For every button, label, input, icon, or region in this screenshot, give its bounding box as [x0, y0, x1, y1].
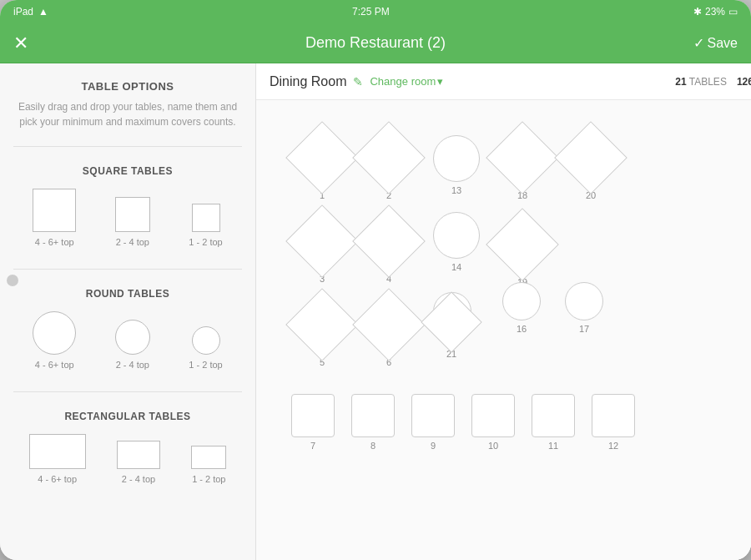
square-large-label: 4 - 6+ top: [35, 237, 74, 247]
table-6-shape: [352, 288, 426, 361]
table-12-shape: [592, 394, 635, 437]
divider-3: [13, 391, 242, 392]
round-large-label: 4 - 6+ top: [35, 360, 74, 370]
change-room-button[interactable]: Change room ▾: [370, 75, 443, 88]
floor-canvas[interactable]: 1 2 13 18 20: [256, 100, 751, 560]
table-21-shape: [421, 291, 482, 353]
table-10-label: 10: [488, 441, 498, 451]
table-14-label: 14: [451, 262, 461, 272]
table-13-label: 13: [451, 185, 461, 195]
rect-tables-title: RECTANGULAR TABLES: [13, 411, 242, 422]
status-right: ✱ 23% ▭: [693, 6, 738, 18]
table-options-header: TABLE OPTIONS Easily drag and drop your …: [0, 63, 255, 138]
round-small-shape: [192, 326, 220, 355]
round-tables-title: ROUND TABLES: [13, 288, 242, 300]
rect-small-shape: [191, 446, 226, 469]
table-14-shape: [433, 212, 480, 259]
battery-percent: 23%: [705, 6, 725, 18]
square-medium-shape: [115, 197, 150, 232]
table-3[interactable]: 3: [296, 215, 348, 284]
table-9-label: 9: [431, 441, 436, 451]
rect-table-medium[interactable]: 2 - 4 top: [117, 441, 160, 484]
table-4[interactable]: 4: [363, 215, 415, 284]
table-16[interactable]: 16: [502, 282, 541, 334]
table-7-shape: [291, 394, 335, 437]
table-20[interactable]: 20: [565, 132, 617, 200]
room-stats: 21 TABLES 126 MAX COVERS 84 MIN COVERS: [675, 76, 751, 88]
app-header: ✕ Demo Restaurant (2) ✓ Save: [0, 23, 751, 63]
max-covers: 126 MAX COVERS: [737, 76, 751, 88]
left-side-button: [7, 275, 18, 286]
ipad-label: iPad: [13, 6, 33, 18]
room-name: Dining Room: [270, 74, 346, 89]
rect-small-label: 1 - 2 top: [192, 474, 225, 484]
room-edit-icon[interactable]: ✎: [353, 75, 363, 88]
table-7-label: 7: [310, 441, 315, 451]
table-17[interactable]: 17: [565, 282, 603, 334]
rect-table-small[interactable]: 1 - 2 top: [191, 446, 226, 484]
rect-medium-label: 2 - 4 top: [122, 474, 155, 484]
square-tables-row: 4 - 6+ top 2 - 4 top 1 - 2 top: [13, 189, 242, 247]
table-10[interactable]: 10: [471, 394, 515, 451]
table-17-label: 17: [579, 324, 589, 334]
table-options-title: TABLE OPTIONS: [13, 80, 242, 93]
table-11[interactable]: 11: [532, 394, 575, 451]
square-table-medium[interactable]: 2 - 4 top: [115, 197, 150, 247]
battery-icon: ▭: [728, 6, 738, 18]
round-tables-section: ROUND TABLES 4 - 6+ top 2 - 4 top 1 - 2 …: [0, 278, 255, 383]
table-7[interactable]: 7: [291, 394, 335, 451]
change-room-label: Change room: [370, 75, 436, 88]
table-13[interactable]: 13: [433, 135, 480, 195]
square-small-shape: [192, 204, 220, 232]
table-9[interactable]: 9: [411, 394, 455, 451]
table-3-shape: [285, 204, 359, 278]
table-10-shape: [471, 394, 515, 437]
square-table-small[interactable]: 1 - 2 top: [189, 204, 222, 247]
status-bar: iPad ▲ 7:25 PM ✱ 23% ▭: [0, 0, 751, 23]
table-13-shape: [433, 135, 480, 182]
status-time: 7:25 PM: [352, 6, 390, 18]
table-8-shape: [351, 394, 395, 437]
table-11-shape: [532, 394, 575, 437]
table-19-shape: [486, 208, 559, 281]
square-medium-label: 2 - 4 top: [116, 237, 149, 247]
right-panel: Dining Room ✎ Change room ▾ 21 TABLES 12…: [256, 63, 751, 560]
table-21[interactable]: 21: [430, 300, 473, 359]
table-20-shape: [554, 121, 628, 194]
table-6[interactable]: 6: [363, 299, 415, 367]
divider-2: [13, 269, 242, 270]
square-tables-title: SQUARE TABLES: [13, 165, 242, 177]
table-18[interactable]: 18: [496, 132, 548, 200]
rect-tables-section: RECTANGULAR TABLES 4 - 6+ top 2 - 4 top …: [0, 401, 255, 497]
round-medium-shape: [115, 320, 150, 355]
round-table-medium[interactable]: 2 - 4 top: [115, 320, 150, 370]
table-4-shape: [352, 204, 426, 278]
table-12[interactable]: 12: [592, 394, 635, 451]
round-table-small[interactable]: 1 - 2 top: [189, 326, 222, 370]
table-2-shape: [352, 121, 426, 194]
table-options-desc: Easily drag and drop your tables, name t…: [13, 99, 242, 129]
table-19[interactable]: 19: [496, 219, 548, 287]
table-18-shape: [486, 121, 559, 194]
table-14[interactable]: 14: [433, 212, 480, 272]
round-table-large[interactable]: 4 - 6+ top: [33, 311, 76, 370]
table-17-shape: [565, 282, 603, 320]
table-2[interactable]: 2: [363, 132, 415, 200]
sidebar: TABLE OPTIONS Easily drag and drop your …: [0, 63, 256, 560]
square-table-large[interactable]: 4 - 6+ top: [33, 189, 76, 247]
round-large-shape: [33, 311, 76, 355]
table-1[interactable]: 1: [296, 132, 348, 200]
main-content: TABLE OPTIONS Easily drag and drop your …: [0, 63, 751, 560]
rect-table-large[interactable]: 4 - 6+ top: [29, 434, 86, 484]
round-tables-row: 4 - 6+ top 2 - 4 top 1 - 2 top: [13, 311, 242, 370]
tables-count: 21 TABLES: [675, 76, 727, 88]
save-button[interactable]: ✓ Save: [693, 35, 738, 51]
table-5[interactable]: 5: [296, 299, 348, 367]
status-left: iPad ▲: [13, 6, 48, 18]
table-16-label: 16: [517, 324, 527, 334]
chevron-down-icon: ▾: [437, 75, 443, 88]
close-button[interactable]: ✕: [13, 33, 28, 54]
rect-tables-row: 4 - 6+ top 2 - 4 top 1 - 2 top: [13, 434, 242, 484]
save-checkmark: ✓: [693, 35, 704, 51]
table-8[interactable]: 8: [351, 394, 395, 451]
